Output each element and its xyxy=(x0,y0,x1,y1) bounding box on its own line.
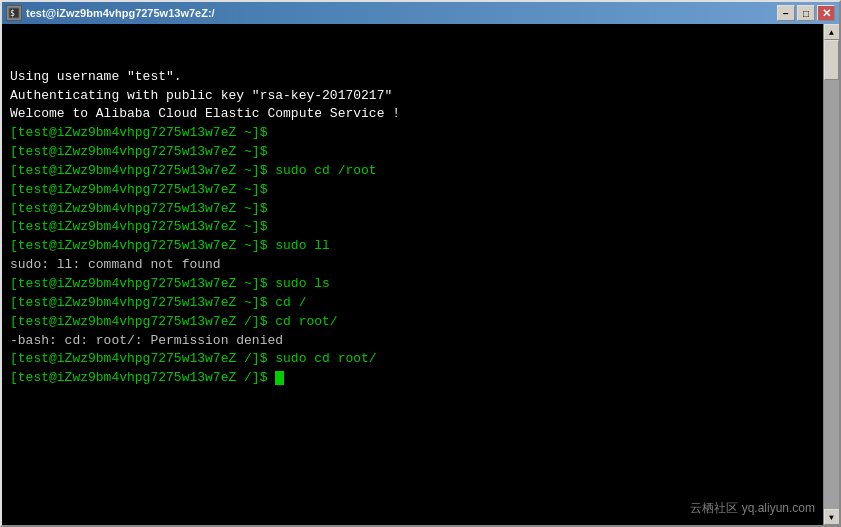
terminal-line: sudo: ll: command not found xyxy=(10,256,815,275)
terminal-line: [test@iZwz9bm4vhpg7275w13w7eZ ~]$ xyxy=(10,181,815,200)
close-button[interactable]: ✕ xyxy=(817,5,835,21)
svg-text:$: $ xyxy=(10,9,15,18)
terminal-line: [test@iZwz9bm4vhpg7275w13w7eZ ~]$ sudo l… xyxy=(10,275,815,294)
terminal-cursor xyxy=(275,371,284,385)
terminal-line: [test@iZwz9bm4vhpg7275w13w7eZ ~]$ xyxy=(10,143,815,162)
terminal-container[interactable]: Using username "test".Authenticating wit… xyxy=(2,24,823,525)
terminal-body: Using username "test".Authenticating wit… xyxy=(2,24,839,525)
terminal-line: Welcome to Alibaba Cloud Elastic Compute… xyxy=(10,105,815,124)
watermark: 云栖社区 yq.aliyun.com xyxy=(690,500,815,517)
scrollbar-track[interactable] xyxy=(824,40,839,509)
terminal-line: [test@iZwz9bm4vhpg7275w13w7eZ /]$ xyxy=(10,369,815,388)
scrollbar-thumb[interactable] xyxy=(824,40,839,80)
terminal-icon: $ xyxy=(6,5,22,21)
terminal-line: -bash: cd: root/: Permission denied xyxy=(10,332,815,351)
scroll-down-button[interactable]: ▼ xyxy=(824,509,840,525)
window-title: test@iZwz9bm4vhpg7275w13w7eZ:/ xyxy=(26,7,215,19)
titlebar-left: $ test@iZwz9bm4vhpg7275w13w7eZ:/ xyxy=(6,5,215,21)
terminal-line: Authenticating with public key "rsa-key-… xyxy=(10,87,815,106)
terminal-line: [test@iZwz9bm4vhpg7275w13w7eZ ~]$ cd / xyxy=(10,294,815,313)
terminal-line: [test@iZwz9bm4vhpg7275w13w7eZ ~]$ sudo l… xyxy=(10,237,815,256)
terminal-line: [test@iZwz9bm4vhpg7275w13w7eZ ~]$ xyxy=(10,218,815,237)
titlebar: $ test@iZwz9bm4vhpg7275w13w7eZ:/ − □ ✕ xyxy=(2,2,839,24)
terminal-window: $ test@iZwz9bm4vhpg7275w13w7eZ:/ − □ ✕ U… xyxy=(0,0,841,527)
titlebar-buttons: − □ ✕ xyxy=(777,5,835,21)
terminal-line: [test@iZwz9bm4vhpg7275w13w7eZ ~]$ xyxy=(10,124,815,143)
terminal-line: [test@iZwz9bm4vhpg7275w13w7eZ /]$ cd roo… xyxy=(10,313,815,332)
terminal-line: [test@iZwz9bm4vhpg7275w13w7eZ ~]$ xyxy=(10,200,815,219)
minimize-button[interactable]: − xyxy=(777,5,795,21)
scrollbar[interactable]: ▲ ▼ xyxy=(823,24,839,525)
terminal-content: Using username "test".Authenticating wit… xyxy=(10,30,815,519)
terminal-line: Using username "test". xyxy=(10,68,815,87)
scroll-up-button[interactable]: ▲ xyxy=(824,24,840,40)
terminal-line: [test@iZwz9bm4vhpg7275w13w7eZ /]$ sudo c… xyxy=(10,350,815,369)
maximize-button[interactable]: □ xyxy=(797,5,815,21)
terminal-line: [test@iZwz9bm4vhpg7275w13w7eZ ~]$ sudo c… xyxy=(10,162,815,181)
